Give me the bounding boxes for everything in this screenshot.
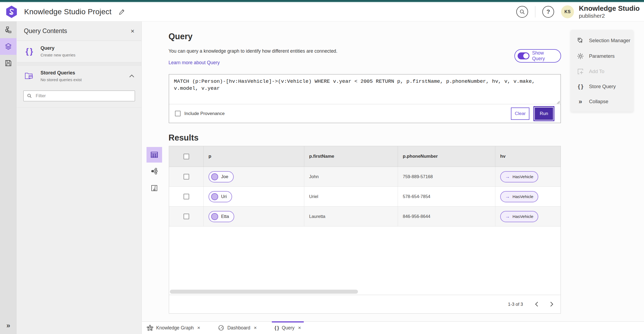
node-pill[interactable]: Etta <box>208 211 234 222</box>
edit-title-icon[interactable] <box>118 8 125 15</box>
cell-phonenumber: 846-956-8644 <box>398 207 495 226</box>
edge-arrow-icon: → <box>505 194 510 199</box>
knowledge-graph-icon <box>147 325 153 331</box>
top-accent-bar <box>0 0 644 2</box>
row-checkbox[interactable] <box>184 194 189 199</box>
table-pagination: 1-3 of 3 <box>169 295 561 313</box>
query-section-title: Query <box>169 32 193 41</box>
panel-gap <box>17 62 141 66</box>
node-pill[interactable]: Uri <box>208 191 232 202</box>
column-header-firstname[interactable]: p.firstName <box>304 146 398 167</box>
column-header-p[interactable]: p <box>204 146 304 167</box>
run-button[interactable]: Run <box>534 107 554 120</box>
horizontal-scrollbar[interactable] <box>170 290 358 294</box>
node-dot-icon <box>211 173 218 180</box>
edge-pill[interactable]: →HasVehicle <box>500 171 538 182</box>
stored-queries-title: Stored Queries <box>41 70 82 76</box>
next-page-icon[interactable] <box>550 301 554 307</box>
filter-input[interactable] <box>35 93 131 99</box>
app-header: Knowledge Studio Project ? KS Knowledge … <box>0 2 644 21</box>
chevron-up-icon[interactable] <box>129 74 134 78</box>
results-table: p p.firstName p.phoneNumber hv Joe John … <box>169 146 561 314</box>
query-item-title: Query <box>41 45 75 51</box>
toggle-on-icon <box>518 52 529 59</box>
panel-header: Query Contents × <box>17 21 141 41</box>
left-rail: » <box>0 21 17 334</box>
dashboard-icon <box>218 325 224 331</box>
add-to-item: Add To <box>571 68 633 75</box>
include-provenance-checkbox[interactable] <box>175 111 181 116</box>
user-name: Knowledge Studio <box>579 5 640 13</box>
node-dot-icon <box>211 193 218 200</box>
show-query-toggle[interactable]: Show Query <box>514 49 561 63</box>
show-query-label: Show Query <box>532 50 557 62</box>
graph-view-button[interactable] <box>148 165 161 178</box>
query-actions-panel: Selection Manager Parameters Add To { } … <box>571 30 633 112</box>
store-query-item[interactable]: { } Store Query <box>571 83 633 90</box>
pagination-range: 1-3 of 3 <box>508 302 523 307</box>
node-dot-icon <box>211 213 218 220</box>
results-title: Results <box>169 133 199 143</box>
previous-page-icon[interactable] <box>535 301 538 307</box>
query-input[interactable]: MATCH (p:Person)-[hv:HasVehicle]->(v:Veh… <box>169 74 561 105</box>
rail-layers-icon[interactable] <box>0 38 17 55</box>
close-panel-icon[interactable]: × <box>131 27 134 35</box>
row-checkbox[interactable] <box>184 214 189 219</box>
braces-icon: { } <box>275 325 279 331</box>
close-tab-icon[interactable]: × <box>298 325 301 331</box>
collapse-item[interactable]: » Collapse <box>571 98 633 105</box>
query-contents-panel: Query Contents × { } Query Create new qu… <box>17 21 142 334</box>
chart-view-button[interactable] <box>148 182 161 195</box>
filter-field <box>23 91 135 101</box>
avatar[interactable]: KS <box>561 5 574 18</box>
help-icon[interactable]: ? <box>542 6 554 18</box>
cell-firstname: Lauretta <box>304 207 398 226</box>
parameters-item[interactable]: Parameters <box>571 53 633 60</box>
learn-more-link[interactable]: Learn more about Query <box>169 60 220 66</box>
table-row: Etta Lauretta 846-956-8644 →HasVehicle <box>169 207 561 227</box>
tab-query[interactable]: { } Query × <box>273 322 302 334</box>
table-header-row: p p.firstName p.phoneNumber hv <box>169 146 561 167</box>
app-logo-icon[interactable] <box>5 6 18 18</box>
selection-manager-icon <box>577 37 584 44</box>
column-header-hv[interactable]: hv <box>495 146 561 167</box>
edge-arrow-icon: → <box>505 214 510 219</box>
cell-firstname: John <box>304 167 398 186</box>
node-pill[interactable]: Joe <box>208 171 234 182</box>
add-to-icon <box>577 68 584 75</box>
user-info: Knowledge Studio publisher2 <box>579 5 640 19</box>
close-tab-icon[interactable]: × <box>254 325 257 331</box>
search-icon[interactable] <box>516 6 528 18</box>
filter-search-icon <box>27 93 32 98</box>
selection-manager-item[interactable]: Selection Manager <box>571 37 633 44</box>
query-editor: MATCH (p:Person)-[hv:HasVehicle]->(v:Veh… <box>169 74 561 123</box>
edge-pill[interactable]: →HasVehicle <box>500 211 538 222</box>
column-header-phonenumber[interactable]: p.phoneNumber <box>398 146 495 167</box>
resize-handle-icon[interactable] <box>556 100 560 104</box>
query-item-subtitle: Create new queries <box>41 52 75 58</box>
include-provenance-label: Include Provenance <box>184 111 225 116</box>
select-all-checkbox[interactable] <box>184 154 189 159</box>
rail-save-icon[interactable] <box>0 55 17 71</box>
cell-firstname: Uriel <box>304 187 398 206</box>
panel-item-query[interactable]: { } Query Create new queries <box>17 41 141 62</box>
stored-queries-subtitle: No stored queries exist <box>41 77 82 82</box>
row-checkbox[interactable] <box>184 174 189 179</box>
rail-hierarchy-icon[interactable] <box>0 21 17 38</box>
gear-icon <box>577 53 584 60</box>
clear-button[interactable]: Clear <box>511 107 529 120</box>
page-title: Knowledge Studio Project <box>24 8 111 16</box>
edge-arrow-icon: → <box>505 174 510 179</box>
panel-item-stored-queries[interactable]: Stored Queries No stored queries exist <box>17 66 141 87</box>
panel-title: Query Contents <box>24 27 67 35</box>
collapse-icon: » <box>577 98 584 105</box>
expand-rail-icon[interactable]: » <box>0 319 17 332</box>
cell-phonenumber: 578-654-7854 <box>398 187 495 206</box>
close-tab-icon[interactable]: × <box>197 325 200 331</box>
header-divider <box>535 6 535 17</box>
stored-queries-folder-icon <box>24 72 34 80</box>
edge-pill[interactable]: →HasVehicle <box>500 191 538 202</box>
table-view-button[interactable] <box>147 147 162 163</box>
tab-dashboard[interactable]: Dashboard × <box>217 322 258 334</box>
tab-knowledge-graph[interactable]: Knowledge Graph × <box>146 322 201 334</box>
